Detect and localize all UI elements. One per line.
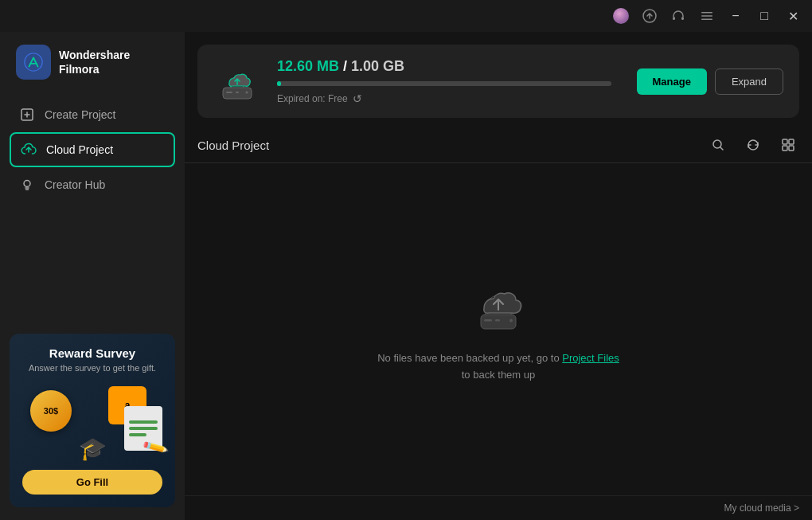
- svg-point-14: [246, 92, 248, 94]
- storage-size: 12.60 MB / 1.00 GB: [277, 58, 621, 75]
- sidebar-item-creator-hub[interactable]: Creator Hub: [10, 169, 175, 201]
- svg-rect-4: [701, 12, 712, 14]
- svg-rect-3: [681, 17, 684, 20]
- header-actions: [707, 134, 799, 156]
- profile-icon[interactable]: [608, 3, 634, 29]
- create-project-label: Create Project: [45, 108, 115, 121]
- sidebar-item-create-project[interactable]: Create Project: [10, 99, 175, 131]
- grid-view-button[interactable]: [777, 134, 799, 156]
- svg-rect-2: [673, 17, 675, 20]
- refresh-button[interactable]: [742, 134, 764, 156]
- storage-bar: [277, 81, 611, 86]
- content-footer: My cloud media >: [185, 495, 812, 520]
- app-name: Wondershare Filmora: [59, 48, 130, 76]
- search-button[interactable]: [707, 134, 729, 156]
- storage-actions: Manage Expand: [637, 68, 784, 95]
- storage-expire: Expired on: Free ↺: [277, 92, 621, 105]
- cloud-upload-icon: [21, 142, 37, 158]
- svg-point-7: [25, 53, 42, 71]
- storage-info: 12.60 MB / 1.00 GB Expired on: Free ↺: [277, 58, 621, 105]
- hat-icon: 🎓: [79, 436, 107, 462]
- svg-rect-16: [783, 139, 787, 144]
- storage-bar-fill: [277, 81, 281, 86]
- logo-icon: [16, 45, 51, 80]
- my-cloud-media-link[interactable]: My cloud media >: [724, 502, 799, 514]
- go-fill-button[interactable]: Go Fill: [22, 470, 162, 495]
- refresh-icon[interactable]: ↺: [353, 92, 362, 105]
- svg-rect-18: [783, 146, 787, 151]
- svg-rect-5: [701, 15, 712, 17]
- empty-cloud-icon: [467, 275, 530, 338]
- nav-items: Create Project Cloud Project: [0, 99, 185, 201]
- app-logo: Wondershare Filmora: [0, 32, 185, 99]
- project-files-link[interactable]: Project Files: [562, 352, 619, 364]
- app-body: Wondershare Filmora Create Project: [0, 32, 812, 520]
- sidebar-item-cloud-project[interactable]: Cloud Project: [10, 132, 175, 167]
- reward-badge: 30$: [30, 390, 72, 432]
- svg-rect-12: [226, 92, 232, 93]
- sidebar: Wondershare Filmora Create Project: [0, 32, 185, 520]
- reward-title: Reward Survey: [22, 346, 162, 360]
- content-header: Cloud Project: [185, 127, 812, 163]
- cloud-project-label: Cloud Project: [46, 143, 113, 156]
- empty-state: No files have been backed up yet, go to …: [185, 163, 812, 495]
- close-button[interactable]: ✕: [780, 3, 806, 29]
- main-content: 12.60 MB / 1.00 GB Expired on: Free ↺ Ma…: [185, 32, 812, 520]
- svg-rect-22: [484, 319, 492, 322]
- content-title: Cloud Project: [197, 139, 269, 152]
- svg-point-0: [613, 8, 629, 24]
- storage-banner: 12.60 MB / 1.00 GB Expired on: Free ↺ Ma…: [197, 45, 799, 118]
- cloud-drive-icon: [213, 57, 261, 105]
- reward-image: 30$ a ✏️ 🎓: [22, 382, 162, 462]
- svg-point-24: [509, 319, 513, 323]
- svg-rect-6: [701, 19, 712, 21]
- svg-rect-17: [789, 139, 794, 144]
- svg-rect-19: [789, 146, 794, 151]
- reward-survey-card: Reward Survey Answer the survey to get t…: [10, 334, 175, 507]
- svg-rect-23: [495, 319, 500, 322]
- empty-text: No files have been backed up yet, go to …: [377, 350, 619, 384]
- titlebar: − □ ✕: [0, 0, 812, 32]
- lightbulb-icon: [19, 177, 35, 193]
- reward-subtitle: Answer the survey to get the gift.: [22, 363, 162, 373]
- svg-rect-13: [236, 92, 239, 93]
- svg-point-9: [24, 181, 30, 187]
- upload-icon[interactable]: [637, 3, 662, 29]
- minimize-button[interactable]: −: [723, 3, 748, 29]
- maximize-button[interactable]: □: [751, 3, 777, 29]
- manage-button[interactable]: Manage: [637, 68, 707, 95]
- plus-square-icon: [19, 107, 35, 123]
- expand-button[interactable]: Expand: [715, 68, 783, 95]
- creator-hub-label: Creator Hub: [45, 178, 105, 191]
- storage-used: 12.60 MB: [277, 58, 339, 74]
- headphone-icon[interactable]: [666, 3, 691, 29]
- menu-icon[interactable]: [694, 3, 720, 29]
- storage-total: 1.00 GB: [351, 58, 404, 74]
